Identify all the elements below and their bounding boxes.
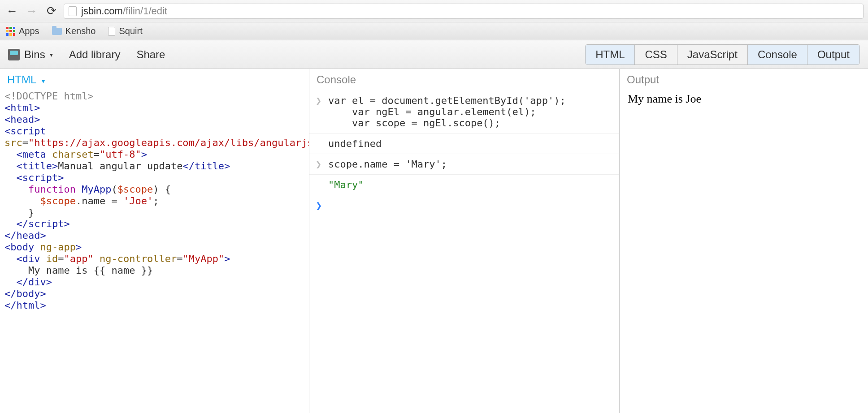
- html-pane-header[interactable]: HTML ▾: [0, 69, 309, 90]
- console-pane: Console ❯ var el = document.getElementBy…: [309, 69, 620, 413]
- console-input-text: scope.name = 'Mary';: [328, 159, 613, 170]
- chevron-down-icon: ▾: [50, 51, 53, 58]
- bookmark-label: Squirt: [119, 26, 142, 36]
- jsbin-topbar: Bins ▾ Add library Share HTML CSS JavaSc…: [0, 40, 868, 69]
- add-library-button[interactable]: Add library: [69, 48, 121, 61]
- console-input-row: ❯ var el = document.getElementById('app'…: [309, 90, 619, 133]
- bins-label: Bins: [24, 48, 45, 61]
- browser-toolbar: ← → ⟳ jsbin.com/filin/1/edit: [0, 0, 868, 22]
- console-prompt-row[interactable]: ❯: [309, 195, 619, 216]
- output-pane-header: Output: [620, 69, 868, 90]
- tab-html[interactable]: HTML: [586, 45, 634, 65]
- console-pane-header: Console: [309, 69, 619, 90]
- topbar-left: Bins ▾ Add library Share: [8, 48, 165, 61]
- forward-button[interactable]: →: [24, 4, 39, 19]
- back-icon: ←: [6, 4, 18, 18]
- bookmark-apps[interactable]: Apps: [6, 26, 39, 36]
- console-result-text: "Mary": [316, 179, 613, 190]
- folder-icon: [52, 28, 62, 35]
- bookmark-label: Kensho: [65, 26, 96, 36]
- tab-css[interactable]: CSS: [634, 45, 677, 65]
- reload-icon: ⟳: [47, 4, 56, 18]
- console-input-text: var el = document.getElementById('app');…: [328, 95, 613, 129]
- output-pane: Output My name is Joe: [620, 69, 868, 413]
- tab-console[interactable]: Console: [747, 45, 807, 65]
- prompt-icon: ❯: [316, 95, 323, 129]
- jsbin-logo-icon: [8, 49, 20, 60]
- page-icon: [69, 6, 77, 16]
- back-button[interactable]: ←: [4, 4, 20, 19]
- console-result-row: "Mary": [309, 175, 619, 195]
- url-path: /filin/1/edit: [123, 5, 167, 17]
- reload-button[interactable]: ⟳: [44, 4, 59, 19]
- output-text: My name is Joe: [628, 92, 701, 105]
- tab-javascript[interactable]: JavaScript: [677, 45, 747, 65]
- console-body[interactable]: ❯ var el = document.getElementById('app'…: [309, 90, 619, 216]
- console-result-text: undefined: [316, 138, 613, 149]
- bookmarks-bar: Apps Kensho Squirt: [0, 22, 868, 40]
- html-pane: HTML ▾ <!DOCTYPE html> <html> <head> <sc…: [0, 69, 309, 413]
- html-editor[interactable]: <!DOCTYPE html> <html> <head> <script sr…: [0, 90, 309, 311]
- bookmark-squirt[interactable]: Squirt: [108, 26, 142, 36]
- share-button[interactable]: Share: [136, 48, 165, 61]
- file-icon: [108, 27, 115, 36]
- tab-output[interactable]: Output: [807, 45, 859, 65]
- html-header-label: HTML: [7, 73, 36, 86]
- apps-icon: [6, 27, 15, 36]
- console-result-row: undefined: [309, 133, 619, 154]
- prompt-icon: ❯: [316, 199, 323, 212]
- console-input-row: ❯ scope.name = 'Mary';: [309, 154, 619, 175]
- chevron-down-icon: ▾: [42, 77, 45, 85]
- bookmark-kensho[interactable]: Kensho: [52, 26, 96, 36]
- prompt-icon: ❯: [316, 159, 323, 170]
- url-bar[interactable]: jsbin.com/filin/1/edit: [64, 4, 864, 19]
- bookmark-label: Apps: [19, 26, 39, 36]
- bins-menu[interactable]: Bins ▾: [8, 48, 53, 61]
- output-body: My name is Joe: [620, 90, 868, 108]
- url-domain: jsbin.com: [81, 5, 123, 17]
- editor-area: HTML ▾ <!DOCTYPE html> <html> <head> <sc…: [0, 69, 868, 413]
- panel-tabs: HTML CSS JavaScript Console Output: [585, 44, 860, 65]
- forward-icon: →: [26, 4, 38, 18]
